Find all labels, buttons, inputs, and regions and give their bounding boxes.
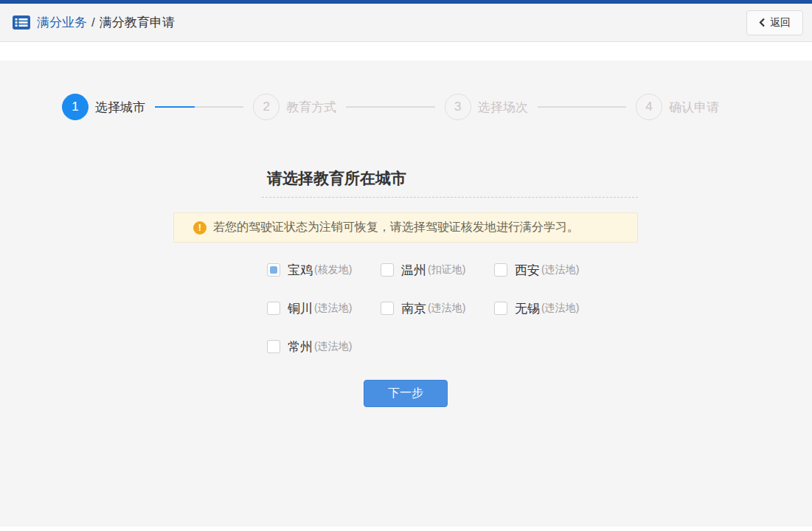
city-name: 铜川 [288, 300, 313, 317]
breadcrumb-separator: / [91, 15, 95, 30]
city-tag: (违法地) [314, 302, 352, 315]
list-icon [12, 15, 31, 30]
breadcrumb-root[interactable]: 满分业务 [37, 14, 87, 31]
step-connector-3 [538, 106, 626, 108]
city-tag: (违法地) [541, 263, 579, 277]
city-option-baoji[interactable]: 宝鸡 (核发地) [267, 263, 381, 277]
step-1-circle: 1 [62, 94, 89, 120]
city-option-xian[interactable]: 西安 (违法地) [494, 263, 608, 277]
checkbox[interactable] [267, 302, 280, 315]
city-checkbox-grid: 宝鸡 (核发地) 温州 (扣证地) 西安 (违法地) 铜川 (违法地) 南京 (… [267, 263, 608, 378]
step-connector-1 [155, 106, 243, 108]
step-3-circle: 3 [445, 94, 471, 120]
city-name: 宝鸡 [288, 262, 313, 279]
checkbox[interactable] [267, 263, 280, 277]
next-step-button[interactable]: 下一步 [364, 380, 448, 407]
city-name: 无锡 [515, 300, 540, 317]
notice-text: 若您的驾驶证状态为注销可恢复，请选择驾驶证核发地进行满分学习。 [213, 220, 579, 235]
city-option-changzhou[interactable]: 常州 (违法地) [267, 339, 381, 354]
city-tag: (核发地) [314, 263, 352, 277]
checkbox[interactable] [267, 340, 280, 353]
city-tag: (扣证地) [428, 263, 465, 277]
stepper: 1 选择城市 2 教育方式 3 选择场次 4 确认申请 [62, 94, 719, 120]
step-4-label: 确认申请 [669, 99, 719, 116]
exclamation-circle-icon: ! [193, 221, 207, 235]
city-tag: (违法地) [541, 302, 579, 315]
city-option-wenzhou[interactable]: 温州 (扣证地) [381, 263, 494, 277]
step-education-method: 2 教育方式 [253, 94, 336, 120]
city-option-wuxi[interactable]: 无锡 (违法地) [494, 301, 608, 316]
wizard-panel: 1 选择城市 2 教育方式 3 选择场次 4 确认申请 请选择教育所在城市 ! … [0, 60, 812, 527]
page-header: 满分业务 / 满分教育申请 返回 [0, 4, 812, 42]
city-option-tongchuan[interactable]: 铜川 (违法地) [267, 301, 381, 316]
step-select-city: 1 选择城市 [62, 94, 145, 120]
step-3-label: 选择场次 [478, 99, 528, 116]
city-tag: (违法地) [314, 340, 352, 353]
back-button[interactable]: 返回 [746, 10, 803, 35]
notice-banner: ! 若您的驾驶证状态为注销可恢复，请选择驾驶证核发地进行满分学习。 [173, 212, 638, 243]
breadcrumb-current: 满分教育申请 [100, 14, 175, 31]
chevron-left-icon [759, 18, 766, 27]
step-4-circle: 4 [636, 94, 662, 120]
city-tag: (违法地) [428, 302, 465, 315]
city-name: 温州 [401, 262, 426, 279]
back-button-label: 返回 [770, 16, 791, 30]
step-2-label: 教育方式 [286, 99, 336, 116]
step-select-session: 3 选择场次 [445, 94, 528, 120]
city-option-nanjing[interactable]: 南京 (违法地) [381, 301, 494, 316]
checkbox[interactable] [381, 263, 394, 277]
step-connector-2 [346, 106, 434, 108]
section-title: 请选择教育所在城市 [267, 168, 406, 189]
dashed-divider [262, 197, 638, 198]
city-name: 西安 [515, 262, 540, 279]
city-name: 常州 [288, 339, 313, 355]
step-2-circle: 2 [253, 94, 280, 120]
step-confirm-application: 4 确认申请 [636, 94, 719, 120]
city-name: 南京 [401, 300, 426, 317]
checkbox[interactable] [494, 302, 507, 315]
checkbox[interactable] [381, 302, 394, 315]
step-1-label: 选择城市 [95, 99, 145, 116]
checkbox[interactable] [494, 263, 507, 277]
